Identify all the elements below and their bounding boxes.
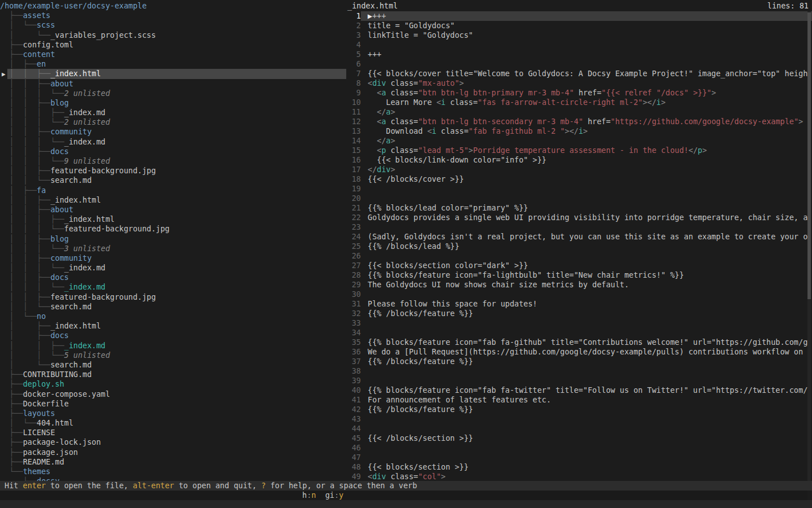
tree-row[interactable]: ├──package.json — [0, 448, 346, 457]
tree-row[interactable]: │ │ ├──blog — [0, 234, 346, 244]
tree-file-name[interactable]: _index.html — [50, 195, 100, 204]
tree-unlisted-count[interactable]: 2 unlisted — [64, 117, 110, 126]
tree-row[interactable]: │ └──no — [0, 312, 346, 321]
tree-directory-name[interactable]: about — [50, 205, 73, 214]
tree-row[interactable]: │ │ │ └──_index.md — [0, 137, 346, 147]
tree-file-name[interactable]: _index.md — [64, 341, 105, 350]
tree-row[interactable]: │ │ │ └──featured-background.jpg — [0, 224, 346, 234]
tree-directory-name[interactable]: scss — [37, 20, 55, 29]
tree-row-selected[interactable]: ▶ │ │ ├──_index.html — [0, 69, 346, 78]
tree-row[interactable]: │ └──scss — [0, 20, 346, 30]
tree-file-name[interactable]: search.md — [50, 176, 91, 185]
preview-scrollbar[interactable] — [807, 11, 811, 481]
tree-directory-name[interactable]: docs — [50, 331, 69, 340]
tree-row[interactable]: │ │ │ ├──_index.md — [0, 108, 346, 117]
tree-file-name[interactable]: package.json — [23, 448, 78, 457]
tree-file-name[interactable]: config.toml — [23, 40, 73, 49]
tree-unlisted-count[interactable]: 2 unlisted — [64, 89, 110, 98]
tree-directory-name[interactable]: no — [37, 312, 46, 321]
tree-row[interactable]: │ ├──docs — [0, 331, 346, 340]
tree-row[interactable]: └──docsy — [0, 476, 346, 481]
tree-directory-name[interactable]: layouts — [23, 409, 55, 418]
tree-row[interactable]: ├──Dockerfile — [0, 399, 346, 409]
tree-file-name[interactable]: search.md — [50, 302, 91, 311]
tree-row[interactable]: ├──LICENSE — [0, 428, 346, 437]
tree-directory-name[interactable]: community — [50, 253, 91, 262]
preview-scrollbar-thumb[interactable] — [807, 12, 811, 299]
tree-row[interactable]: │ │ │ └──2 unlisted — [0, 89, 346, 98]
tree-file-name[interactable]: _variables_project.scss — [50, 30, 156, 40]
tree-row[interactable]: │ │ ├──community — [0, 253, 346, 263]
tree-file-name[interactable]: featured-background.jpg — [50, 166, 156, 175]
tree-row[interactable]: ├──deploy.sh — [0, 379, 346, 389]
tree-file-name[interactable]: deploy.sh — [23, 379, 64, 388]
tree-file-name[interactable]: featured-background.jpg — [64, 224, 170, 233]
tree-row[interactable]: ├──CONTRIBUTING.md — [0, 370, 346, 379]
tree-file-name[interactable]: 404.html — [37, 418, 73, 427]
tree-row[interactable]: │ │ ├──community — [0, 127, 346, 137]
tree-directory-name[interactable]: /home/example-user/docsy-example — [0, 1, 147, 10]
tree-directory-name[interactable]: fa — [37, 186, 46, 195]
tree-row[interactable]: ├──README.md — [0, 457, 346, 467]
tree-directory-name[interactable]: themes — [23, 467, 51, 476]
tree-file-name[interactable]: CONTRIBUTING.md — [23, 370, 92, 379]
tree-row[interactable]: │ └──search.md — [0, 360, 346, 370]
tree-file-name[interactable]: featured-background.jpg — [50, 292, 156, 301]
tree-file-name[interactable]: _index.html — [50, 321, 100, 330]
tree-row[interactable]: │ │ │ └──_index.md — [0, 282, 346, 292]
tree-row[interactable]: ├──config.toml — [0, 40, 346, 50]
tree-row[interactable]: ├──layouts — [0, 409, 346, 418]
tree-row[interactable]: ├──assets — [0, 11, 346, 20]
tree-row[interactable]: └──themes — [0, 467, 346, 476]
tree-row[interactable]: │ │ ├──featured-background.jpg — [0, 166, 346, 176]
tree-row[interactable]: │ │ │ └──_index.md — [0, 263, 346, 273]
tree-unlisted-count[interactable]: 9 unlisted — [64, 156, 110, 165]
tree-file-name[interactable]: _index.md — [64, 108, 105, 117]
tree-unlisted-count[interactable]: 3 unlisted — [64, 244, 110, 253]
tree-directory-name[interactable]: docs — [50, 147, 69, 156]
tree-unlisted-count[interactable]: 5 unlisted — [64, 351, 110, 360]
tree-row[interactable]: │ │ │ └──2 unlisted — [0, 117, 346, 127]
tree-row[interactable]: │ │ ├──about — [0, 79, 346, 89]
tree-row[interactable]: │ │ │ └──9 unlisted — [0, 156, 346, 166]
tree-row[interactable]: │ │ │ └──3 unlisted — [0, 244, 346, 253]
tree-file-name[interactable]: _index.md — [64, 263, 105, 272]
tree-row[interactable]: │ └──404.html — [0, 418, 346, 428]
tree-directory-name[interactable]: blog — [50, 98, 69, 107]
tree-row[interactable]: │ │ └──5 unlisted — [0, 351, 346, 360]
tree-directory-name[interactable]: about — [50, 79, 73, 88]
tree-file-name[interactable]: README.md — [23, 457, 64, 466]
tree-row[interactable]: │ └──_variables_project.scss — [0, 30, 346, 40]
tree-row[interactable]: │ │ ├──blog — [0, 98, 346, 108]
tree-directory-name[interactable]: en — [37, 59, 46, 68]
tree-row[interactable]: /home/example-user/docsy-example — [0, 1, 346, 11]
tree-row[interactable]: │ │ └──search.md — [0, 176, 346, 185]
tree-row[interactable]: │ │ ├──docs — [0, 273, 346, 282]
tree-file-name[interactable]: docker-compose.yaml — [23, 389, 110, 398]
tree-row[interactable]: ├──content — [0, 50, 346, 59]
tree-row[interactable]: │ │ │ ├──_index.html — [0, 214, 346, 224]
tree-row[interactable]: │ ├──en — [0, 59, 346, 69]
tree-row[interactable]: │ ├──fa — [0, 186, 346, 195]
tree-directory-name[interactable]: docsy — [37, 476, 60, 481]
tree-file-name[interactable]: _index.md — [64, 282, 105, 291]
tree-row[interactable]: │ │ ├──about — [0, 205, 346, 214]
tree-directory-name[interactable]: content — [23, 50, 55, 59]
tree-directory-name[interactable]: community — [50, 127, 91, 136]
tree-file-name[interactable]: LICENSE — [23, 428, 55, 437]
tree-row[interactable]: ├──docker-compose.yaml — [0, 389, 346, 399]
tree-row[interactable]: │ ├──_index.html — [0, 321, 346, 331]
command-input-line[interactable]: :e h:n gi:y — [0, 491, 807, 500]
tree-row[interactable]: │ │ ├──_index.html — [0, 195, 346, 205]
tree-row[interactable]: │ │ └──search.md — [0, 302, 346, 312]
tree-file-name[interactable]: package-lock.json — [23, 437, 101, 446]
tree-file-name[interactable]: search.md — [50, 360, 91, 369]
tree-row[interactable]: │ │ ├──featured-background.jpg — [0, 292, 346, 302]
tree-directory-name[interactable]: docs — [50, 273, 69, 282]
tree-file-name[interactable]: _index.md — [64, 137, 105, 146]
tree-file-name[interactable]: Dockerfile — [23, 399, 69, 408]
tree-directory-name[interactable]: blog — [50, 234, 69, 243]
tree-row[interactable]: │ │ ├──_index.md — [0, 341, 346, 351]
tree-directory-name[interactable]: assets — [23, 11, 51, 20]
tree-row[interactable]: │ │ ├──docs — [0, 147, 346, 156]
